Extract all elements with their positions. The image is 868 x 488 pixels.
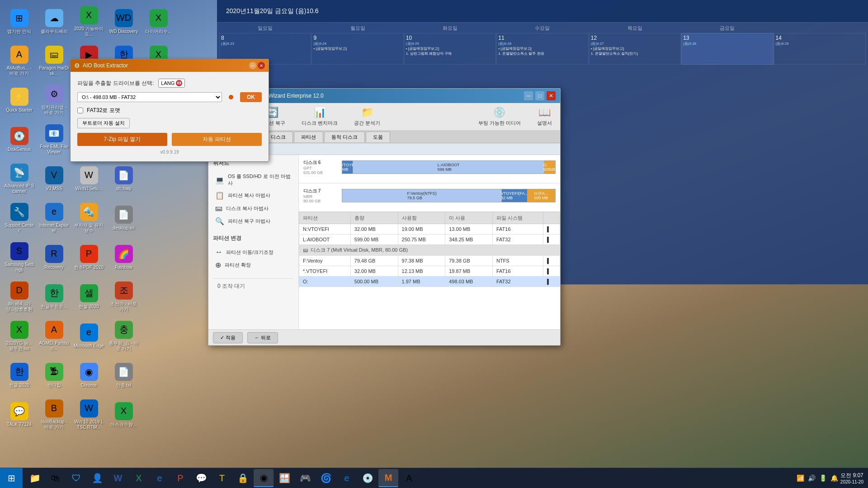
dialog-minimize-button[interactable]: ─ (249, 62, 256, 69)
tray-notification-icon[interactable]: 🔔 (830, 474, 838, 482)
auto-partition-button[interactable]: 자동 파티션 (172, 133, 262, 146)
desktop-icon-icon-1[interactable]: A AlIAoBus... - 바로 가기 (2, 42, 36, 80)
desktop-icon-icon-30[interactable]: e Microsoft Edge (72, 317, 106, 355)
desktop-icon-icon-14[interactable]: 📧 Free EML File Viewer (37, 120, 71, 159)
desktop-icon-icon-5[interactable]: 🔧 Support Center (2, 199, 36, 237)
desktop-icon-icon-27[interactable]: 🔩 부자재 및 유지보수 (72, 199, 106, 237)
dialog-close-button[interactable]: ✕ (258, 62, 265, 69)
desktop-icon-icon-2[interactable]: ⚡ Quick Starter (2, 81, 36, 119)
maximize-button[interactable]: □ (535, 91, 544, 100)
taskbar-app-security[interactable]: 🛡 (66, 469, 86, 487)
desktop-icon-icon-43[interactable]: X 마스크수량... (107, 395, 141, 434)
tray-network-icon[interactable]: 📶 (797, 474, 804, 482)
taskbar-app-persona[interactable]: 👤 (87, 469, 107, 487)
taskbar-app-ppt[interactable]: P (170, 469, 190, 487)
desktop-icon-icon-13[interactable]: ⚙ 장치관리앱 - 바로 가기 (37, 81, 71, 119)
fat32-checkbox[interactable] (77, 108, 83, 113)
desktop-icon-icon-10[interactable]: 💬 TALK 77124 (2, 395, 36, 434)
desktop-icon-icon-33[interactable]: WD WD Discovery (107, 2, 141, 41)
desktop-icon-icon-4[interactable]: 📡 Advanced IP Scanner (2, 160, 36, 198)
desktop-icon-icon-39[interactable]: 🌈 Rainbow (107, 238, 141, 277)
table-row-selected[interactable]: O: 500.00 MB 1.97 MB 498.03 MB FAT32 ▌ (299, 277, 560, 287)
apply-button[interactable]: ✓ 적용 (213, 332, 243, 343)
desktop-icon-icon-41[interactable]: 충 충무림_김 - 바로 가기 (107, 317, 141, 355)
desktop-icon-icon-9[interactable]: 한 한글 2020 (2, 356, 36, 394)
taskbar-app-edge[interactable]: e (337, 469, 357, 487)
close-button[interactable]: ✕ (547, 91, 556, 100)
desktop-icon-icon-3[interactable]: 💽 DiskGenius (2, 120, 36, 159)
start-button[interactable]: ⊞ (0, 468, 23, 488)
desktop-icon-icon-19[interactable]: A AOMEI Partition... (37, 317, 71, 355)
toolbar-manual[interactable]: 📖 설명서 (533, 105, 556, 128)
taskbar-app-3d[interactable]: 🎮 (295, 469, 315, 487)
toolbar-disk-benchmark[interactable]: 📊 디스크 벤치마크 (298, 105, 341, 128)
taskbar-app-excel[interactable]: X (129, 469, 149, 487)
desktop-icon-icon-15[interactable]: V V3 MSS (37, 160, 71, 198)
back-button[interactable]: ← 뒤로 (247, 332, 278, 343)
minimize-button[interactable]: ─ (524, 91, 533, 100)
desktop-icon-icon-11[interactable]: ☁ 클라우드베리 (37, 2, 71, 41)
taskbar-app-talk[interactable]: T (212, 469, 232, 487)
table-row[interactable]: *.VTOYEFI 32.00 MB 12.13 MB 19.87 MB FAT… (299, 266, 560, 277)
sidebar-extend[interactable]: ⊕ 파티션 확장 (213, 258, 294, 272)
lang-badge[interactable]: LANG 🇰🇷 (158, 79, 185, 88)
table-row[interactable]: F:Ventoy 79.48 GB 97.38 MB 79.38 GB NTFS… (299, 256, 560, 266)
taskbar-clock[interactable]: 오전 9:07 2020-11-20 (840, 472, 863, 484)
tray-battery-icon[interactable]: 🔋 (819, 474, 827, 482)
desktop-icon-icon-40[interactable]: 조 조선아 - 바로 가기 (107, 277, 141, 316)
taskbar-app-ai[interactable]: A (399, 469, 419, 487)
table-row[interactable]: L:AIOBOOT 599.00 MB 250.75 MB 348.25 MB … (299, 235, 560, 245)
tab-help[interactable]: 도움 (366, 131, 390, 142)
desktop-icon-icon-12[interactable]: 🖴 Paragon HarDisk... (37, 42, 71, 80)
desktop-icon-icon-38[interactable]: 📄 desktop.ini (107, 199, 141, 237)
desktop-icon-icon-29[interactable]: 셀 한셀 2020 (72, 277, 106, 316)
taskbar-app-word[interactable]: W (108, 469, 128, 487)
ok-button[interactable]: OK (240, 92, 262, 102)
desktop-icon-icon-44[interactable]: X 다이어리수... (142, 2, 175, 41)
toolbar-space-analyzer[interactable]: 📁 공간 분석기 (350, 105, 384, 128)
taskbar-app-disk[interactable]: 💿 (358, 469, 377, 487)
desktop-icon-icon-32[interactable]: W Win 10 2019 LTSC RTM... (72, 395, 106, 434)
cal-day-14[interactable]: 14 (음)9.29 (774, 33, 866, 65)
taskbar-app-explorer[interactable]: 📁 (25, 469, 45, 487)
sidebar-partition-copy[interactable]: 📋 파티션 복사 마법사 (213, 189, 294, 202)
desktop-icon-icon-42[interactable]: 📄 안증.txt (107, 356, 141, 394)
desktop-icon-icon-31[interactable]: ◉ Chrome (72, 356, 106, 394)
desktop-icon-icon-26[interactable]: W WinNTSetu... (72, 160, 106, 198)
cal-day-11[interactable]: 11 (음)9.26 • [금일예정업무보고] 1. 온열발반소독소 발주 완료 (496, 33, 588, 65)
drive-select[interactable]: O:\ - 498.03 MB - FAT32 (77, 92, 222, 102)
cal-day-12[interactable]: 12 (음)9.27 • [금일예정업무보고] 1. 온열발반소독소 설치(전기… (589, 33, 681, 65)
tab-dynamic-disk[interactable]: 동적 디스크 (324, 131, 365, 142)
desktop-icon-icon-6[interactable]: S Samsung Settings (2, 238, 36, 277)
taskbar-app-kakao[interactable]: 💬 (191, 469, 211, 487)
taskbar-app-windows[interactable]: 🪟 (274, 469, 294, 487)
desktop-icon-icon-28[interactable]: P 한초PDF 2020 (72, 238, 106, 277)
table-row[interactable]: N:VTOYEFI 32.00 MB 19.00 MB 13.00 MB FAT… (299, 224, 560, 235)
bootloader-button[interactable]: 부트로더 자동 설치 (77, 118, 130, 128)
desktop-icon-icon-8[interactable]: X 2020YG 능...광우관.iss (2, 317, 36, 355)
tray-volume-icon[interactable]: 🔊 (808, 474, 816, 482)
cal-day-10[interactable]: 10 (음)9.25 • [금일예정업무보고] 1. 삼린그림화 폐합상자 구매 (404, 33, 496, 65)
tab-partition[interactable]: 파티션 (294, 131, 323, 142)
desktop-icon-icon-21[interactable]: B IsooBackup - 바로 가기 (37, 395, 71, 434)
taskbar-app-chrome[interactable]: ◉ (254, 469, 274, 487)
toolbar-bootable-media[interactable]: 💿 부팅 가능한 미디어 (475, 105, 524, 128)
cal-day-13[interactable]: 13 (음)9.28 (681, 33, 773, 65)
cal-day-9[interactable]: 9 (음)9.24 • [금일예정업무보고] (311, 33, 403, 65)
taskbar-app-misc[interactable]: 🌀 (316, 469, 336, 487)
sidebar-move-resize[interactable]: ↔ 파티션 이동/크기조정 (213, 246, 294, 258)
sidebar-os-migration[interactable]: 💻 OS 를 SSD/HD 로 이전 마법사 (213, 171, 294, 189)
taskbar-app-store[interactable]: 🛍 (46, 469, 66, 487)
sidebar-partition-recovery[interactable]: 🔍 파티션 복구 마법사 (213, 215, 294, 228)
desktop-icon-icon-17[interactable]: R Recovery (37, 238, 71, 277)
desktop-icon-icon-18[interactable]: 한 한글우표조... (37, 277, 71, 316)
sidebar-disk-copy[interactable]: 🖴 디스크 복사 마법사 (213, 202, 294, 215)
zip-button[interactable]: 7-Zip 파일 열기 (77, 133, 167, 146)
desktop-icon-icon-0[interactable]: ⊞ 앱기반 인식 (2, 2, 36, 41)
taskbar-app-ie[interactable]: e (150, 469, 170, 487)
desktop-icon-icon-16[interactable]: e Internet Explorer (37, 199, 71, 237)
disk-area[interactable]: 디스크 6 GPT 631.00 GB N:VTOYEFI32 MB L:AIO… (299, 155, 560, 346)
desktop-icon-icon-20[interactable]: 🗜 반디집 (37, 356, 71, 394)
desktop-icon-icon-37[interactable]: 📄 sfc.hwp (107, 160, 141, 198)
taskbar-app-lock[interactable]: 🔒 (233, 469, 253, 487)
